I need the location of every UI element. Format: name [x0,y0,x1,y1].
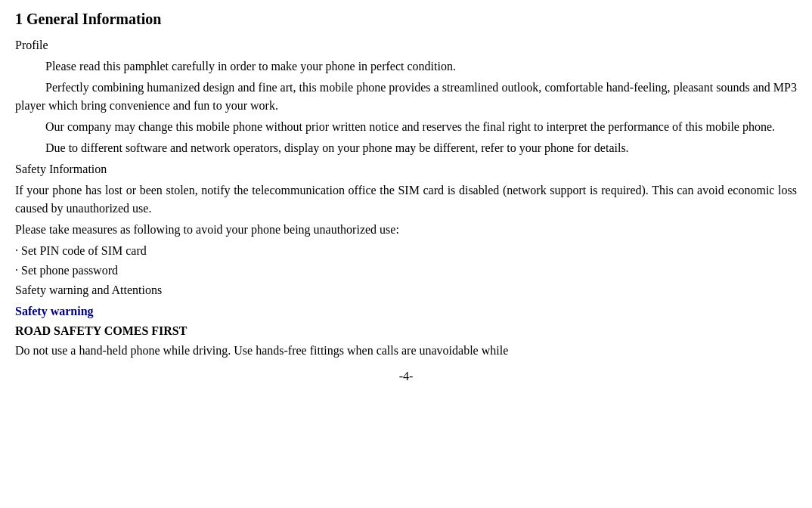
road-safety-heading: ROAD SAFETY COMES FIRST [15,322,797,340]
paragraph-4: Due to different software and network op… [15,139,797,157]
bullet-2: · Set phone password [15,262,797,280]
paragraph-3: Our company may change this mobile phone… [15,118,797,136]
safety-info-heading: Safety Information [15,160,797,178]
safety-info-para2: Please take measures as following to avo… [15,221,797,239]
safety-warning-section-heading: Safety warning and Attentions [15,281,797,299]
page-number-text: -4- [399,370,414,383]
paragraph-2: Perfectly combining humanized design and… [15,79,797,115]
road-safety-para: Do not use a hand-held phone while drivi… [15,342,797,360]
page-number: -4- [15,367,797,386]
safety-info-para1: If your phone has lost or been stolen, n… [15,181,797,218]
profile-heading: Profile [15,36,797,54]
bullet-1: · Set PIN code of SIM card [15,242,797,260]
section-1-title: 1 General Information [15,8,797,30]
paragraph-1: Please read this pamphlet carefully in o… [15,57,797,76]
safety-warning-label: Safety warning [15,302,797,321]
page-container: 1 General Information Profile Please rea… [15,8,797,386]
section-1-title-text: 1 General Information [15,11,161,27]
